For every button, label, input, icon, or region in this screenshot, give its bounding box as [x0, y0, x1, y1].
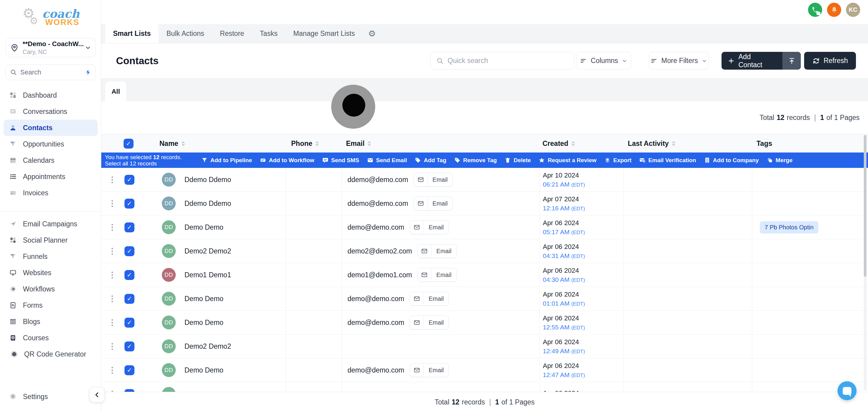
email-button[interactable]: Email — [417, 268, 457, 282]
envelope-icon[interactable] — [410, 221, 424, 234]
action-send-email[interactable]: Send Email — [367, 157, 407, 164]
sidebar-item-appointments[interactable]: Appointments — [0, 168, 101, 185]
sort-arrows-icon[interactable] — [367, 141, 371, 146]
quick-search[interactable] — [430, 52, 574, 70]
sort-arrows-icon[interactable] — [571, 141, 575, 146]
action-add-tag[interactable]: Add Tag — [415, 157, 446, 164]
column-header-last-activity[interactable]: Last Activity — [623, 134, 752, 153]
table-row[interactable]: DD Demo2 Demo2 Email Apr 06 2024 12:49 A… — [101, 335, 868, 358]
table-row[interactable]: DD Ddemo Ddemo ddemo@demo.com Email Apr … — [101, 192, 868, 216]
tab-tasks[interactable]: Tasks — [252, 24, 285, 43]
contact-name[interactable]: Demo2 Demo2 — [184, 247, 231, 255]
contact-name[interactable]: Demo Demo — [184, 295, 223, 303]
row-checkbox[interactable] — [124, 342, 134, 351]
sidebar-item-opportunities[interactable]: Opportunities — [0, 136, 101, 152]
email-button[interactable]: Email — [413, 173, 453, 187]
row-menu-kebab[interactable] — [111, 199, 114, 208]
table-row[interactable]: DD Demo2 Demo2 demo2@demo2.com Email Apr… — [101, 239, 868, 263]
row-menu-kebab[interactable] — [111, 366, 114, 375]
email-button[interactable]: Email — [410, 292, 449, 306]
scrollbar-thumb[interactable] — [864, 135, 867, 277]
envelope-icon[interactable] — [410, 316, 424, 329]
sidebar-item-email-campaigns[interactable]: Email Campaigns — [0, 216, 101, 232]
email-button[interactable]: Email — [413, 196, 453, 210]
action-add-to-company[interactable]: Add to Company — [704, 157, 759, 164]
sidebar-item-funnels[interactable]: Funnels — [0, 248, 101, 265]
sidebar-item-conversations[interactable]: Conversations — [0, 103, 101, 120]
email-button[interactable]: Email — [410, 316, 449, 329]
phone-badge[interactable] — [808, 3, 822, 17]
columns-dropdown[interactable]: Columns — [576, 52, 631, 70]
sidebar-item-websites[interactable]: Websites — [0, 265, 101, 281]
notifications-badge[interactable] — [827, 3, 841, 17]
tab-restore[interactable]: Restore — [212, 24, 252, 43]
table-row[interactable]: DD Ddemo Ddemo ddemo@demo.com Email Apr … — [101, 168, 868, 192]
select-all-checkbox[interactable] — [124, 139, 133, 149]
sidebar-item-workflows[interactable]: Workflows — [0, 281, 101, 297]
envelope-icon[interactable] — [414, 197, 428, 210]
chat-widget-button[interactable] — [838, 381, 857, 400]
action-add-to-pipeline[interactable]: Add to Pipeline — [201, 157, 252, 164]
tab-bulk-actions[interactable]: Bulk Actions — [158, 24, 212, 43]
sort-arrows-icon[interactable] — [672, 141, 675, 146]
row-menu-kebab[interactable] — [111, 342, 114, 351]
row-menu-kebab[interactable] — [111, 175, 114, 185]
row-checkbox[interactable] — [124, 318, 134, 327]
import-contacts-button[interactable] — [782, 52, 801, 70]
select-all-link[interactable]: Select all 12 records — [105, 160, 201, 167]
email-button[interactable]: Email — [410, 363, 449, 377]
sidebar-item-qr-code-generator[interactable]: QR Code Generator — [0, 346, 101, 362]
column-header-phone[interactable]: Phone — [286, 134, 342, 153]
envelope-icon[interactable] — [410, 363, 424, 377]
tab-manage-smart-lists[interactable]: Manage Smart Lists — [285, 24, 363, 43]
sidebar-item-forms[interactable]: Forms — [0, 297, 101, 313]
action-request-a-review[interactable]: Request a Review — [538, 157, 596, 164]
contact-name[interactable]: Demo2 Demo2 — [184, 342, 231, 350]
sidebar-item-blogs[interactable]: Blogs — [0, 313, 101, 330]
row-menu-kebab[interactable] — [111, 294, 114, 304]
sort-arrows-icon[interactable] — [315, 141, 319, 146]
column-header-created[interactable]: Created — [539, 134, 623, 153]
contact-name[interactable]: Demo Demo — [184, 366, 223, 374]
add-contact-button[interactable]: Add Contact — [721, 52, 801, 70]
row-menu-kebab[interactable] — [111, 247, 114, 256]
table-row[interactable]: DD Demo Demo demo@demo.com Email Apr 06 … — [101, 311, 868, 335]
action-delete[interactable]: Delete — [504, 157, 531, 164]
envelope-icon[interactable] — [418, 268, 432, 282]
location-switcher[interactable]: **Demo - CoachW... Cary, NC — [5, 38, 96, 57]
tab-smart-lists[interactable]: Smart Lists — [105, 24, 158, 43]
row-checkbox[interactable] — [124, 175, 134, 185]
sidebar-search-input[interactable] — [20, 68, 82, 76]
row-checkbox[interactable] — [124, 270, 134, 280]
row-checkbox[interactable] — [124, 294, 134, 304]
action-add-to-workflow[interactable]: Add to Workflow — [260, 157, 314, 164]
row-menu-kebab[interactable] — [111, 223, 114, 232]
sort-arrows-icon[interactable] — [181, 141, 185, 146]
action-send-sms[interactable]: Send SMS — [322, 157, 359, 164]
row-checkbox[interactable] — [124, 389, 134, 392]
contact-name[interactable]: Demo1 Demo1 — [184, 271, 231, 279]
email-button[interactable]: Email — [417, 244, 457, 258]
sidebar-item-calendars[interactable]: Calendars — [0, 152, 101, 168]
envelope-icon[interactable] — [418, 245, 432, 258]
table-row[interactable]: DD Demo Demo demo@demo.com Email Apr 06 … — [101, 358, 868, 382]
action-email-verification[interactable]: Email Verification — [639, 157, 696, 164]
column-header-name[interactable]: Name — [159, 139, 179, 148]
envelope-icon[interactable] — [414, 173, 428, 186]
table-row[interactable]: DD Email Apr 06 2024 — [101, 382, 868, 392]
row-checkbox[interactable] — [124, 222, 134, 232]
row-menu-kebab[interactable] — [111, 271, 114, 280]
contact-name[interactable]: Demo Demo — [184, 223, 223, 231]
contact-name[interactable]: Demo Demo — [184, 319, 223, 327]
sidebar-collapse-button[interactable] — [90, 387, 104, 402]
email-button[interactable]: Email — [410, 220, 449, 234]
quick-search-input[interactable] — [447, 57, 568, 65]
row-checkbox[interactable] — [124, 246, 134, 256]
column-header-email[interactable]: Email — [342, 134, 539, 153]
table-scrollbar[interactable] — [864, 134, 867, 390]
action-merge[interactable]: Merge — [767, 157, 793, 164]
sidebar-item-settings[interactable]: Settings — [0, 388, 101, 405]
lightning-icon[interactable] — [85, 69, 91, 76]
row-checkbox[interactable] — [124, 199, 134, 209]
sidebar-item-courses[interactable]: Courses — [0, 330, 101, 346]
